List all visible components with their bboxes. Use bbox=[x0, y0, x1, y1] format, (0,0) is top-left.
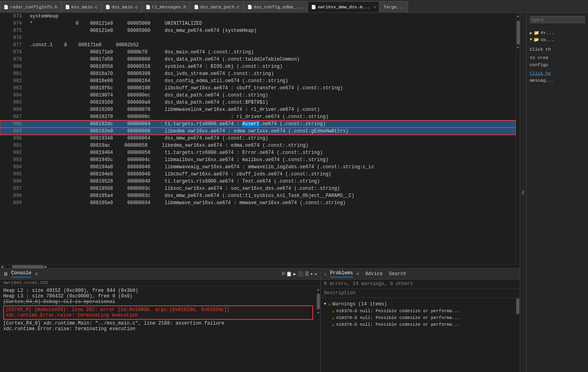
code-row-975[interactable]: 975 008121e0 00005000 dss_mmw_pe674.oe67… bbox=[0, 27, 516, 34]
code-row-981[interactable]: 981 00818a70 00000398 dss_lvds_stream.oe… bbox=[0, 70, 516, 77]
scroll-up-button[interactable]: ▲ bbox=[516, 13, 520, 19]
line-content: 00819160 000000a0 dss_data_path.oe674 (.… bbox=[28, 99, 516, 106]
tab-dss-config-edma[interactable]: 📄 dss_config_edma_... bbox=[244, 1, 307, 12]
vertical-scrollbar[interactable]: ▲ ▼ bbox=[516, 13, 520, 264]
console-close-icon[interactable]: ⊠ bbox=[35, 272, 37, 276]
code-row-977[interactable]: 977.const.1 0 008171e0 00002b52 bbox=[0, 41, 516, 49]
problem-item[interactable]: ⚠#10370-D null: Possible codesize or per… bbox=[324, 315, 513, 321]
console-tab-label[interactable]: Console bbox=[11, 270, 31, 278]
line-number: 978 bbox=[0, 49, 28, 56]
tab-close-icon[interactable]: ✕ bbox=[373, 5, 376, 10]
code-row-992[interactable]: 992 00819404 00000058 ti.targets.rts6000… bbox=[0, 149, 516, 156]
advice-tab[interactable]: Advice bbox=[365, 271, 383, 277]
problems-scroll-thumb[interactable] bbox=[516, 298, 519, 314]
tab-xwr16xx-mmw-dss[interactable]: 📄 xwr16xx_mmw_dss.m... ✕ bbox=[308, 1, 379, 12]
code-scroll[interactable]: 973systemHeap974* 0 008121e0 00005000 UN… bbox=[0, 13, 516, 264]
problems-group-header[interactable]: ▼⚠Warnings (14 items) bbox=[324, 300, 513, 308]
copy-icon[interactable]: ⎘ bbox=[282, 271, 285, 277]
tree-item-user[interactable]: ▼ 📂 Us... bbox=[530, 36, 585, 43]
clear-icon[interactable]: ✕ bbox=[314, 271, 317, 277]
console-body: Heap L2 : size 49152 (0xc000), free 944 … bbox=[0, 286, 320, 372]
code-row-999[interactable]: 999 008195e0 00000034 libmmwave_xwr16xx.… bbox=[0, 199, 516, 207]
dropdown-icon[interactable]: ▾ bbox=[310, 271, 313, 277]
scroll-thumb[interactable] bbox=[517, 21, 520, 45]
line-content: 00819404 00000058 ti.targets.rts6000.ae6… bbox=[28, 149, 516, 156]
tab-mss-main[interactable]: 📄 mss_main.c bbox=[61, 1, 101, 12]
console-output[interactable]: Heap L2 : size 49152 (0xc000), free 944 … bbox=[0, 286, 316, 372]
console-scroll-up[interactable]: ▲ bbox=[316, 286, 320, 293]
search-tab[interactable]: Search bbox=[389, 271, 406, 277]
target-search-input[interactable] bbox=[530, 16, 585, 23]
menu-icon[interactable]: ☰ bbox=[305, 271, 309, 277]
code-row-998[interactable]: 998 008195a4 0000003c dss_mmw_pe674.oe67… bbox=[0, 192, 516, 199]
code-row-997[interactable]: 997 00819568 0000003c libsoc_xwr16xx.ae6… bbox=[0, 185, 516, 192]
stop-icon[interactable]: ⬛ bbox=[298, 271, 304, 277]
line-content: 00818f6c 00000108 libcbuff_xwr16xx.ae674… bbox=[28, 85, 516, 92]
code-row-980[interactable]: 980 00818558 00000518 sysbios.ae674 : BI… bbox=[0, 63, 516, 70]
h-scroll-thumb[interactable] bbox=[12, 265, 44, 268]
code-row-982[interactable]: 982 00818e08 00000164 dss_config_edma_ut… bbox=[0, 77, 516, 85]
tab-radar-configinfo[interactable]: 📄 radar_configInfo.h bbox=[0, 1, 61, 12]
tab-target[interactable]: Targe... bbox=[380, 1, 408, 12]
problems-tab[interactable]: Problems bbox=[330, 270, 353, 278]
problems-description-header: Description bbox=[321, 289, 520, 298]
console-line: xdc.runtime.Error.raise: terminating exe… bbox=[3, 326, 313, 332]
line-number: 995 bbox=[0, 171, 28, 178]
console-scroll-thumb[interactable] bbox=[317, 293, 320, 309]
right-panel-collapse-button[interactable]: ❮ bbox=[520, 13, 526, 372]
line-number: 975 bbox=[0, 27, 28, 34]
code-row-974[interactable]: 974* 0 008121e0 00005000 UNINITIALIZED bbox=[0, 20, 516, 27]
problems-header: ⚠ Problems ⊠ Advice Search bbox=[321, 269, 520, 279]
code-row-984[interactable]: 984 00819074 000000ec dss_data_path.oe67… bbox=[0, 92, 516, 99]
right-help-panel: ▶ 📁 Pr... ▼ 📂 Us... Click th to crea con… bbox=[526, 13, 588, 372]
problems-close-icon[interactable]: ⊠ bbox=[357, 272, 359, 276]
code-row-989[interactable]: 989 008192e0 00000068 libedma xwr16xx.ae… bbox=[0, 128, 516, 135]
assert-highlight: Assert bbox=[242, 121, 259, 127]
tab-rl-messages[interactable]: 📄 rl_messages.h bbox=[142, 1, 190, 12]
code-row-994[interactable]: 994 008194a8 00000040 libmmwavealg_xwr16… bbox=[0, 163, 516, 171]
console-header: 🖥 Console ⊠ ⎘ 📋 ▶ ⬛ ☰ ▾ ✕ bbox=[0, 269, 320, 279]
code-row-987[interactable]: 987 00819270 0000006c : rl_driver.oe674 … bbox=[0, 113, 516, 120]
problems-scrollbar[interactable] bbox=[516, 298, 520, 372]
line-content: 008121e0 00005000 dss_mmw_pe674.oe674 (s… bbox=[28, 27, 516, 34]
problems-list[interactable]: ▼⚠Warnings (14 items)⚠#10370-D null: Pos… bbox=[321, 298, 516, 372]
code-row-985[interactable]: 985 00819160 000000a0 dss_data_path.oe67… bbox=[0, 99, 516, 106]
code-row-983[interactable]: 983 00818f6c 00000108 libcbuff_xwr16xx.a… bbox=[0, 85, 516, 92]
code-row-995[interactable]: 995 008194e8 00000040 libcbuff_xwr16xx.a… bbox=[0, 171, 516, 178]
code-row-978[interactable]: 978 008171e0 0000b78 dss_main.oe674 (.co… bbox=[0, 49, 516, 56]
console-line: [Cortex_R4_0] xdc.runtime.Main: "../mss_… bbox=[3, 321, 313, 326]
help-link[interactable]: Click he bbox=[530, 71, 551, 76]
code-row-990[interactable]: 990 00819348 00000064 dss_mmw_pe674.oe67… bbox=[0, 135, 516, 142]
code-row-973[interactable]: 973systemHeap bbox=[0, 13, 516, 20]
code-row-986[interactable]: 986 00819200 00000070 libmmwavelink_xwr1… bbox=[0, 106, 516, 113]
horizontal-scrollbar[interactable]: ◀ ▶ bbox=[0, 264, 520, 268]
scroll-down-button[interactable]: ▼ bbox=[516, 45, 520, 51]
search-row bbox=[530, 16, 585, 26]
line-content: 008194e8 00000040 libcbuff_xwr16xx.ae674… bbox=[28, 171, 516, 178]
paste-icon[interactable]: 📋 bbox=[286, 271, 292, 277]
line-content: 008192e0 00000068 libedma xwr16xx.ae674 … bbox=[28, 128, 516, 135]
run-icon[interactable]: ▶ bbox=[293, 271, 296, 277]
code-row-991[interactable]: 991 00819ac 00000058 libedma_xwr16xx.ae6… bbox=[0, 142, 516, 149]
code-row-993[interactable]: 993 0081945c 0000004c libmailbox_xwr16xx… bbox=[0, 156, 516, 163]
group-expand-icon[interactable]: ▼ bbox=[324, 302, 326, 306]
tab-dss-main[interactable]: 📄 dss_main.c bbox=[102, 1, 142, 12]
line-number: 989 bbox=[0, 128, 28, 135]
problem-item[interactable]: ⚠#10370-D null: Possible codesize or per… bbox=[324, 308, 513, 315]
tree-item-projects[interactable]: ▶ 📁 Pr... bbox=[530, 30, 585, 36]
file-icon: 📄 bbox=[4, 5, 8, 10]
editor-panel: 973systemHeap974* 0 008121e0 00005000 UN… bbox=[0, 13, 520, 372]
code-row-996[interactable]: 996 00819528 00000040 ti.targets.rts6000… bbox=[0, 178, 516, 185]
tab-dss-data-path[interactable]: 📄 dss_data_path.c bbox=[190, 1, 243, 12]
tree-item-label: Pr... bbox=[541, 31, 554, 35]
line-number: 979 bbox=[0, 56, 28, 63]
console-scrollbar[interactable]: ▲ ▼ bbox=[316, 286, 320, 372]
line-number: 997 bbox=[0, 185, 28, 192]
tab-label: dss_data_path.c bbox=[200, 5, 240, 10]
warnings-icon: ⚠ bbox=[328, 301, 331, 307]
code-row-976[interactable]: 976 bbox=[0, 34, 516, 41]
problem-item[interactable]: ⚠#10370-D null: Possible codesize or per… bbox=[324, 321, 513, 328]
console-scroll-down[interactable]: ▼ bbox=[316, 309, 320, 316]
code-row-988[interactable]: 988 008192dc 00000004 ti.targets.rts6000… bbox=[0, 120, 516, 128]
code-row-979[interactable]: 979 00817d58 00000800 dss_data_path.oe67… bbox=[0, 56, 516, 63]
